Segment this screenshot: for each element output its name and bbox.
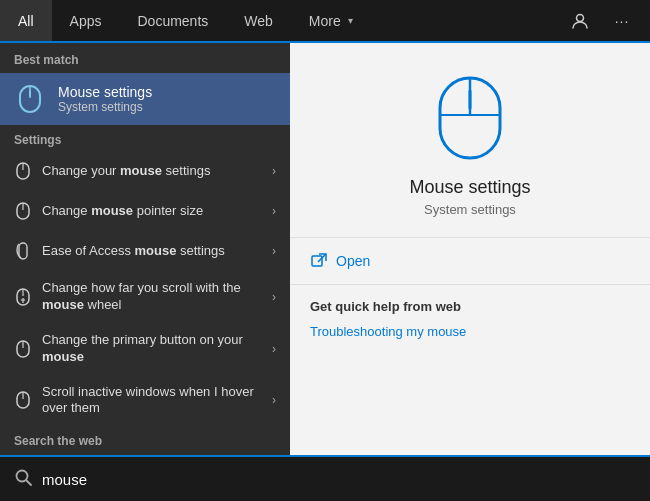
list-item[interactable]: Ease of Access mouse settings › — [0, 231, 290, 271]
right-app-subtitle: System settings — [424, 202, 516, 217]
svg-rect-26 — [312, 256, 322, 266]
main-content: Best match Mouse settings System setting… — [0, 43, 650, 455]
nav-label-apps: Apps — [70, 13, 102, 29]
quick-help-link[interactable]: Troubleshooting my mouse — [310, 322, 630, 341]
mouse-icon — [14, 242, 32, 260]
bottom-search-bar — [0, 455, 650, 501]
item-text: Ease of Access mouse settings — [42, 243, 262, 260]
mouse-icon — [14, 391, 32, 409]
nav-label-all: All — [18, 13, 34, 29]
quick-help-section: Get quick help from web Troubleshooting … — [290, 284, 650, 349]
open-icon — [310, 252, 328, 270]
best-match-label: Best match — [0, 43, 290, 73]
nav-item-more[interactable]: More ▾ — [291, 0, 371, 41]
right-panel: Mouse settings System settings Open Get … — [290, 43, 650, 455]
best-match-title: Mouse settings — [58, 84, 152, 100]
chevron-right-icon: › — [272, 204, 276, 218]
settings-section-label: Settings — [0, 125, 290, 151]
left-panel: Best match Mouse settings System setting… — [0, 43, 290, 455]
best-match-text: Mouse settings System settings — [58, 84, 152, 114]
best-match-subtitle: System settings — [58, 100, 152, 114]
svg-line-29 — [27, 481, 32, 486]
list-item[interactable]: Change how far you scroll with the mouse… — [0, 271, 290, 323]
list-item[interactable]: Change your mouse settings › — [0, 151, 290, 191]
more-options-button[interactable]: ··· — [604, 3, 640, 39]
svg-point-0 — [577, 14, 584, 21]
item-text: Change how far you scroll with the mouse… — [42, 280, 262, 314]
search-web-label: Search the web — [0, 426, 290, 452]
list-item[interactable]: Scroll inactive windows when I hover ove… — [0, 375, 290, 427]
mouse-large-icon — [435, 73, 505, 163]
nav-item-apps[interactable]: Apps — [52, 0, 120, 41]
nav-item-all[interactable]: All — [0, 0, 52, 43]
person-icon — [571, 12, 589, 30]
mouse-icon — [14, 340, 32, 358]
best-match-item[interactable]: Mouse settings System settings — [0, 73, 290, 125]
user-icon-button[interactable] — [562, 3, 598, 39]
search-icon-bottom — [14, 468, 32, 490]
chevron-right-icon: › — [272, 393, 276, 407]
nav-label-more: More — [309, 13, 341, 29]
open-button-row[interactable]: Open — [290, 237, 650, 284]
quick-help-title: Get quick help from web — [310, 299, 630, 314]
chevron-right-icon: › — [272, 164, 276, 178]
nav-icons: ··· — [562, 0, 650, 41]
nav-item-documents[interactable]: Documents — [119, 0, 226, 41]
mouse-icon — [14, 202, 32, 220]
chevron-right-icon: › — [272, 290, 276, 304]
right-app-title: Mouse settings — [409, 177, 530, 198]
nav-label-documents: Documents — [137, 13, 208, 29]
svg-point-28 — [17, 471, 28, 482]
list-item[interactable]: Change mouse pointer size › — [0, 191, 290, 231]
mouse-icon-small — [14, 83, 46, 115]
nav-item-web[interactable]: Web — [226, 0, 291, 41]
open-label: Open — [336, 253, 370, 269]
item-text: Scroll inactive windows when I hover ove… — [42, 384, 262, 418]
mouse-icon — [14, 162, 32, 180]
top-nav: All Apps Documents Web More ▾ ··· — [0, 0, 650, 43]
item-text: Change mouse pointer size — [42, 203, 262, 220]
web-result-item[interactable]: mouse - See web results › — [0, 452, 290, 455]
item-text: Change the primary button on your mouse — [42, 332, 262, 366]
list-item[interactable]: Change the primary button on your mouse … — [0, 323, 290, 375]
ellipsis-icon: ··· — [615, 13, 630, 29]
chevron-down-icon: ▾ — [348, 15, 353, 26]
item-text: Change your mouse settings — [42, 163, 262, 180]
search-input[interactable] — [42, 471, 636, 488]
chevron-right-icon: › — [272, 342, 276, 356]
chevron-right-icon: › — [272, 244, 276, 258]
app-detail-header: Mouse settings System settings — [290, 43, 650, 237]
nav-label-web: Web — [244, 13, 273, 29]
mouse-scroll-icon — [14, 288, 32, 306]
